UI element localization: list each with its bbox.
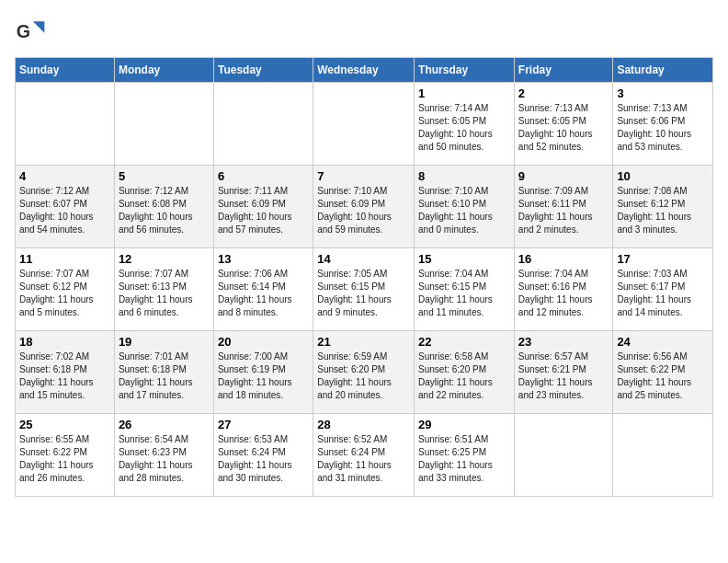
day-info: Sunrise: 7:00 AM Sunset: 6:19 PM Dayligh… xyxy=(218,351,292,400)
day-info: Sunrise: 7:08 AM Sunset: 6:12 PM Dayligh… xyxy=(617,186,691,235)
day-number: 21 xyxy=(317,335,410,349)
calendar-cell: 29Sunrise: 6:51 AM Sunset: 6:25 PM Dayli… xyxy=(415,414,515,497)
day-number: 15 xyxy=(418,252,510,266)
day-info: Sunrise: 7:12 AM Sunset: 6:07 PM Dayligh… xyxy=(19,186,94,235)
calendar-cell: 17Sunrise: 7:03 AM Sunset: 6:17 PM Dayli… xyxy=(613,248,713,331)
day-header-friday: Friday xyxy=(514,58,613,83)
day-header-sunday: Sunday xyxy=(16,58,115,83)
day-number: 4 xyxy=(19,169,110,183)
day-info: Sunrise: 7:04 AM Sunset: 6:16 PM Dayligh… xyxy=(518,269,593,317)
calendar-cell: 16Sunrise: 7:04 AM Sunset: 6:16 PM Dayli… xyxy=(514,248,613,331)
calendar-cell xyxy=(313,83,415,166)
day-number: 12 xyxy=(119,252,210,266)
day-number: 29 xyxy=(418,418,510,431)
day-info: Sunrise: 7:13 AM Sunset: 6:05 PM Dayligh… xyxy=(518,103,593,152)
day-info: Sunrise: 7:06 AM Sunset: 6:14 PM Dayligh… xyxy=(218,269,292,317)
calendar-cell: 21Sunrise: 6:59 AM Sunset: 6:20 PM Dayli… xyxy=(313,331,415,414)
day-number: 23 xyxy=(518,335,609,349)
day-info: Sunrise: 7:07 AM Sunset: 6:13 PM Dayligh… xyxy=(119,269,193,317)
day-number: 13 xyxy=(218,252,309,266)
day-info: Sunrise: 7:05 AM Sunset: 6:15 PM Dayligh… xyxy=(317,269,392,317)
calendar-cell: 15Sunrise: 7:04 AM Sunset: 6:15 PM Dayli… xyxy=(415,248,515,331)
svg-text:G: G xyxy=(17,21,30,41)
calendar-cell xyxy=(514,414,613,497)
calendar-cell: 27Sunrise: 6:53 AM Sunset: 6:24 PM Dayli… xyxy=(213,414,313,497)
day-info: Sunrise: 7:10 AM Sunset: 6:10 PM Dayligh… xyxy=(418,186,493,235)
day-number: 8 xyxy=(418,169,510,183)
calendar-cell: 11Sunrise: 7:07 AM Sunset: 6:12 PM Dayli… xyxy=(16,248,115,331)
day-info: Sunrise: 7:02 AM Sunset: 6:18 PM Dayligh… xyxy=(19,351,94,400)
calendar-cell: 26Sunrise: 6:54 AM Sunset: 6:23 PM Dayli… xyxy=(114,414,213,497)
calendar-header-row: SundayMondayTuesdayWednesdayThursdayFrid… xyxy=(16,58,713,83)
svg-marker-1 xyxy=(33,21,45,33)
day-info: Sunrise: 7:14 AM Sunset: 6:05 PM Dayligh… xyxy=(418,103,493,152)
day-number: 16 xyxy=(518,252,609,266)
day-header-monday: Monday xyxy=(114,58,213,83)
day-info: Sunrise: 7:07 AM Sunset: 6:12 PM Dayligh… xyxy=(19,269,94,317)
logo: G xyxy=(15,15,51,48)
calendar-cell: 19Sunrise: 7:01 AM Sunset: 6:18 PM Dayli… xyxy=(114,331,213,414)
day-number: 6 xyxy=(218,169,309,183)
day-header-tuesday: Tuesday xyxy=(213,58,313,83)
calendar-cell: 20Sunrise: 7:00 AM Sunset: 6:19 PM Dayli… xyxy=(213,331,313,414)
calendar-cell xyxy=(16,83,115,166)
day-info: Sunrise: 7:11 AM Sunset: 6:09 PM Dayligh… xyxy=(218,186,292,235)
day-number: 28 xyxy=(317,418,410,431)
day-info: Sunrise: 6:55 AM Sunset: 6:22 PM Dayligh… xyxy=(19,434,94,483)
day-number: 2 xyxy=(518,86,609,100)
day-number: 14 xyxy=(317,252,410,266)
day-header-saturday: Saturday xyxy=(613,58,713,83)
day-info: Sunrise: 6:59 AM Sunset: 6:20 PM Dayligh… xyxy=(317,351,392,400)
calendar-cell: 13Sunrise: 7:06 AM Sunset: 6:14 PM Dayli… xyxy=(213,248,313,331)
calendar-cell: 28Sunrise: 6:52 AM Sunset: 6:24 PM Dayli… xyxy=(313,414,415,497)
day-info: Sunrise: 7:13 AM Sunset: 6:06 PM Dayligh… xyxy=(617,103,691,152)
day-number: 19 xyxy=(119,335,210,349)
day-number: 9 xyxy=(518,169,609,183)
calendar-cell xyxy=(613,414,713,497)
day-info: Sunrise: 7:09 AM Sunset: 6:11 PM Dayligh… xyxy=(518,186,593,235)
calendar-cell: 8Sunrise: 7:10 AM Sunset: 6:10 PM Daylig… xyxy=(415,166,515,248)
calendar-cell: 7Sunrise: 7:10 AM Sunset: 6:09 PM Daylig… xyxy=(313,166,415,248)
day-number: 5 xyxy=(119,169,210,183)
day-number: 10 xyxy=(617,169,709,183)
day-info: Sunrise: 6:51 AM Sunset: 6:25 PM Dayligh… xyxy=(418,434,493,483)
page-header: G xyxy=(15,15,713,48)
logo-icon: G xyxy=(15,15,48,48)
day-number: 18 xyxy=(19,335,110,349)
calendar-cell: 3Sunrise: 7:13 AM Sunset: 6:06 PM Daylig… xyxy=(613,83,713,166)
day-number: 26 xyxy=(119,418,210,431)
day-number: 1 xyxy=(418,86,510,100)
calendar-cell: 9Sunrise: 7:09 AM Sunset: 6:11 PM Daylig… xyxy=(514,166,613,248)
calendar-cell xyxy=(213,83,313,166)
calendar-cell: 12Sunrise: 7:07 AM Sunset: 6:13 PM Dayli… xyxy=(114,248,213,331)
day-info: Sunrise: 6:53 AM Sunset: 6:24 PM Dayligh… xyxy=(218,434,292,483)
week-row-5: 25Sunrise: 6:55 AM Sunset: 6:22 PM Dayli… xyxy=(16,414,713,497)
week-row-1: 1Sunrise: 7:14 AM Sunset: 6:05 PM Daylig… xyxy=(16,83,713,166)
week-row-3: 11Sunrise: 7:07 AM Sunset: 6:12 PM Dayli… xyxy=(16,248,713,331)
week-row-2: 4Sunrise: 7:12 AM Sunset: 6:07 PM Daylig… xyxy=(16,166,713,248)
day-info: Sunrise: 6:58 AM Sunset: 6:20 PM Dayligh… xyxy=(418,351,493,400)
day-number: 11 xyxy=(19,252,110,266)
calendar-cell: 24Sunrise: 6:56 AM Sunset: 6:22 PM Dayli… xyxy=(613,331,713,414)
week-row-4: 18Sunrise: 7:02 AM Sunset: 6:18 PM Dayli… xyxy=(16,331,713,414)
calendar-cell: 25Sunrise: 6:55 AM Sunset: 6:22 PM Dayli… xyxy=(16,414,115,497)
day-info: Sunrise: 7:12 AM Sunset: 6:08 PM Dayligh… xyxy=(119,186,193,235)
day-info: Sunrise: 6:57 AM Sunset: 6:21 PM Dayligh… xyxy=(518,351,593,400)
day-info: Sunrise: 7:01 AM Sunset: 6:18 PM Dayligh… xyxy=(119,351,193,400)
day-number: 27 xyxy=(218,418,309,431)
calendar-cell: 5Sunrise: 7:12 AM Sunset: 6:08 PM Daylig… xyxy=(114,166,213,248)
day-info: Sunrise: 7:04 AM Sunset: 6:15 PM Dayligh… xyxy=(418,269,493,317)
day-info: Sunrise: 6:56 AM Sunset: 6:22 PM Dayligh… xyxy=(617,351,691,400)
day-info: Sunrise: 6:54 AM Sunset: 6:23 PM Dayligh… xyxy=(119,434,193,483)
calendar-table: SundayMondayTuesdayWednesdayThursdayFrid… xyxy=(15,57,713,497)
day-number: 24 xyxy=(617,335,709,349)
day-number: 25 xyxy=(19,418,110,431)
day-header-thursday: Thursday xyxy=(415,58,515,83)
day-number: 3 xyxy=(617,86,709,100)
calendar-cell xyxy=(114,83,213,166)
calendar-cell: 22Sunrise: 6:58 AM Sunset: 6:20 PM Dayli… xyxy=(415,331,515,414)
calendar-cell: 14Sunrise: 7:05 AM Sunset: 6:15 PM Dayli… xyxy=(313,248,415,331)
calendar-cell: 4Sunrise: 7:12 AM Sunset: 6:07 PM Daylig… xyxy=(16,166,115,248)
calendar-cell: 10Sunrise: 7:08 AM Sunset: 6:12 PM Dayli… xyxy=(613,166,713,248)
day-info: Sunrise: 7:10 AM Sunset: 6:09 PM Dayligh… xyxy=(317,186,392,235)
